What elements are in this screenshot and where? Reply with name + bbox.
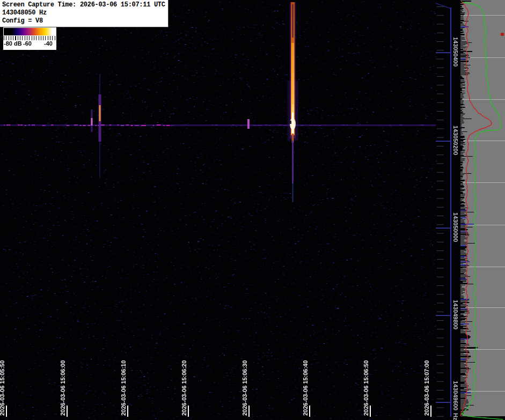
time-label: 2026-03-06 15:06:30 xyxy=(241,360,248,416)
colorbar-gradient xyxy=(4,28,56,35)
waterfall-and-spectrum-canvas xyxy=(0,0,505,420)
config-text: Config = V8 xyxy=(2,17,166,25)
time-tick xyxy=(248,406,250,417)
colorbar-labels: -80 dB -60 -40 xyxy=(3,40,56,48)
capture-info-panel: Screen Capture Time: 2026-03-06 15:07:11… xyxy=(0,0,169,27)
time-label: 2026-03-06 15:06:10 xyxy=(120,360,127,416)
time-tick xyxy=(127,406,128,417)
time-tick xyxy=(430,406,431,417)
colorbar-tick-ruler xyxy=(4,36,56,40)
center-frequency-text: 143048050 Hz xyxy=(2,9,166,17)
time-tick xyxy=(6,406,7,417)
freq-label: 143049800 xyxy=(452,300,459,329)
capture-time-text: Screen Capture Time: 2026-03-06 15:07:11… xyxy=(2,1,166,9)
time-tick xyxy=(188,406,189,417)
freq-label: 143050000 xyxy=(452,212,459,242)
time-label: 2026-03-06 15:07:00 xyxy=(423,360,430,416)
time-tick xyxy=(67,406,68,417)
freq-unit: Hz xyxy=(452,410,459,420)
time-tick xyxy=(309,406,310,417)
freq-label: 143050400 xyxy=(452,37,459,67)
time-label: 2026-03-06 15:06:40 xyxy=(302,360,309,416)
time-label: 2026-03-06 15:06:50 xyxy=(363,360,370,416)
intensity-colorbar: -80 dB -60 -40 xyxy=(3,27,56,50)
time-tick xyxy=(370,406,371,417)
time-label: 2026-03-06 15:05:50 xyxy=(0,360,6,416)
freq-label-value: 143049600 xyxy=(452,381,459,410)
colorbar-label-mid: -60 xyxy=(23,40,32,47)
freq-label: 143050200 xyxy=(452,126,459,155)
spectrogram-screen-capture: Screen Capture Time: 2026-03-06 15:07:11… xyxy=(0,0,505,420)
colorbar-label-max: -40 xyxy=(44,40,53,47)
colorbar-label-min: -80 dB xyxy=(4,40,22,47)
freq-label: 143049600Hz xyxy=(452,381,459,420)
time-label: 2026-03-06 15:06:00 xyxy=(60,360,67,416)
time-label: 2026-03-06 15:06:20 xyxy=(181,360,188,416)
